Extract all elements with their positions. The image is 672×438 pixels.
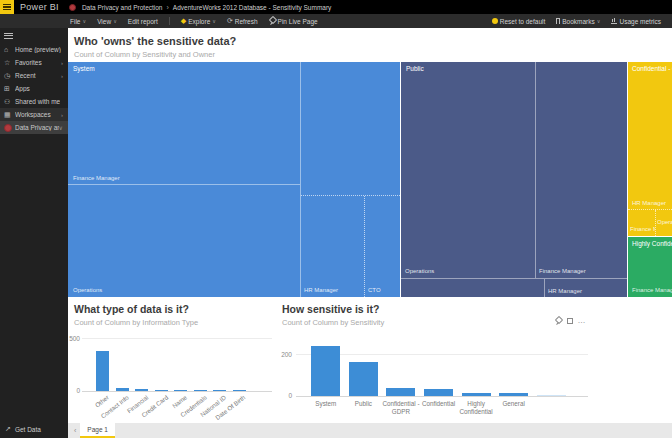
usage-metrics-icon (611, 19, 617, 24)
treemap-visual: System Finance Manager Operations HR Man… (68, 62, 672, 297)
bar-date-of-birth[interactable] (233, 390, 246, 391)
app-logo-icon (69, 4, 76, 11)
y-axis-tick: 200 (278, 351, 292, 358)
explore-icon: ◆ (181, 17, 186, 25)
chevron-down-icon: ∨ (59, 124, 63, 131)
bar-credit-card[interactable] (155, 390, 168, 391)
treemap-divider (628, 209, 672, 210)
chevron-down-icon: ∨ (82, 18, 86, 24)
sidebar-item-favorites[interactable]: ☆Favorites› (0, 56, 68, 69)
breadcrumb-separator: › (167, 4, 169, 11)
treemap-divider (655, 210, 656, 236)
bar-public[interactable] (349, 362, 378, 396)
sidebar-item-home[interactable]: ⌂Home (preview) (0, 43, 68, 56)
bar-confidential-gdpr[interactable] (386, 388, 415, 396)
treemap-node-confidential-gdpr[interactable]: Confidential - GDPR HR Manager Finance M… (628, 62, 672, 236)
page-tab[interactable]: Page 1 (80, 423, 115, 438)
bar-other[interactable] (96, 351, 109, 391)
chart-title: How sensitive is it? (282, 303, 379, 315)
treemap-label: HR Manager (304, 287, 338, 293)
more-options-icon[interactable]: … (578, 319, 587, 323)
treemap-subtitle: Count of Column by Sensitivity and Owner (74, 50, 215, 59)
home-icon: ⌂ (4, 46, 15, 53)
sidebar-collapse-button[interactable] (0, 28, 68, 43)
treemap-label: Operations (405, 268, 434, 274)
treemap-label: Finance Manager (632, 287, 672, 293)
reset-to-default-button[interactable]: Reset to default (492, 18, 546, 25)
usage-metrics-button[interactable]: Usage metrics (611, 18, 661, 25)
bar-plot-area (93, 336, 249, 391)
sidebar-item-data-privacy-app[interactable]: Data Privacy and...∨ (0, 121, 68, 134)
x-axis-labels: System Public Confidential - GDPR Confid… (307, 400, 570, 415)
sidebar-item-apps[interactable]: ⊞Apps (0, 82, 68, 95)
chevron-right-icon: › (61, 112, 63, 118)
global-nav-button[interactable] (0, 0, 14, 14)
x-axis-label (532, 400, 570, 415)
treemap-divider (535, 62, 536, 278)
treemap-label: Finance Manager (539, 268, 586, 274)
chevron-right-icon: › (61, 73, 63, 79)
treemap-label: HR Manager (548, 288, 582, 294)
treemap-node-highly-confidential[interactable]: Highly Confidential Finance Manager (628, 237, 672, 297)
information-type-chart: What type of data is it? Count of Column… (68, 299, 276, 423)
bar-plot-area (307, 334, 570, 396)
sidebar-item-shared-with-me[interactable]: ⚇Shared with me (0, 95, 68, 108)
breadcrumb-app[interactable]: Data Privacy and Protection (82, 4, 163, 11)
app-logo-icon (4, 124, 12, 132)
refresh-button[interactable]: ⟳Refresh (227, 17, 258, 25)
bar-system[interactable] (311, 346, 340, 396)
treemap-divider (364, 196, 365, 297)
bar-national-id[interactable] (213, 390, 226, 391)
sensitivity-chart: How sensitive is it? Count of Column by … (276, 299, 594, 423)
bar-financial[interactable] (135, 389, 148, 391)
treemap-divider (301, 195, 400, 196)
chart-title: What type of data is it? (74, 303, 189, 315)
y-axis-tick: 500 (68, 335, 80, 342)
sidebar-item-recent[interactable]: ◷Recent› (0, 69, 68, 82)
pin-visual-icon[interactable] (555, 317, 562, 325)
treemap-divider (300, 62, 301, 297)
bar-confidential[interactable] (424, 389, 453, 396)
treemap-label: Public (406, 65, 424, 72)
treemap-title: Who 'owns' the sensitive data? (74, 35, 236, 47)
treemap-label: HR Manager (632, 200, 666, 206)
treemap-divider (68, 184, 300, 185)
get-data-button[interactable]: ↗Get Data (5, 425, 41, 433)
bar-general[interactable] (499, 393, 528, 396)
chart-subtitle: Count of Column by Information Type (74, 318, 198, 327)
bar-credentials[interactable] (194, 390, 207, 391)
bar-name[interactable] (174, 390, 187, 391)
sidebar-item-workspaces[interactable]: ▦Workspaces› (0, 108, 68, 121)
top-bar: Power BI Data Privacy and Protection › A… (0, 0, 672, 14)
bar-highly-confidential[interactable] (462, 393, 491, 396)
treemap-label: CTO (368, 287, 381, 293)
clock-icon: ◷ (4, 72, 15, 80)
focus-mode-icon[interactable] (567, 318, 573, 324)
bar-contact-info[interactable] (116, 388, 129, 391)
treemap-node-system[interactable]: System Finance Manager Operations HR Man… (68, 62, 400, 297)
edit-report-button[interactable]: Edit report (128, 18, 158, 25)
shared-icon: ⚇ (4, 98, 15, 106)
toolbar-right: Reset to default Bookmarks∨ Usage metric… (492, 18, 672, 25)
treemap-label: Confidential - GDPR (632, 65, 672, 72)
chevron-down-icon: ∨ (212, 18, 216, 24)
treemap-node-public[interactable]: Public Operations Finance Manager HR Man… (401, 62, 627, 297)
x-axis-label: Public (345, 400, 383, 415)
treemap-label: Highly Confidential (632, 240, 672, 247)
file-menu[interactable]: File∨ (70, 18, 86, 25)
workspaces-icon: ▦ (4, 111, 15, 119)
explore-menu[interactable]: ◆Explore∨ (181, 17, 216, 25)
treemap-divider (544, 279, 545, 297)
tabs-scroll-left-icon[interactable]: ‹ (74, 427, 76, 434)
report-canvas: Who 'owns' the sensitive data? Count of … (68, 28, 672, 423)
x-axis-label: Confidential - GDPR (382, 400, 420, 415)
refresh-icon: ⟳ (227, 17, 233, 25)
pin-live-page-button[interactable]: Pin Live Page (269, 17, 318, 25)
bookmarks-menu[interactable]: Bookmarks∨ (556, 18, 600, 25)
x-axis-label: Highly Confidential (457, 400, 495, 415)
get-data-icon: ↗ (5, 425, 11, 433)
treemap-label: Operations (73, 287, 102, 293)
view-menu[interactable]: View∨ (97, 18, 117, 25)
bar-blank[interactable] (537, 395, 566, 396)
x-axis-label: Confidential (420, 400, 458, 415)
